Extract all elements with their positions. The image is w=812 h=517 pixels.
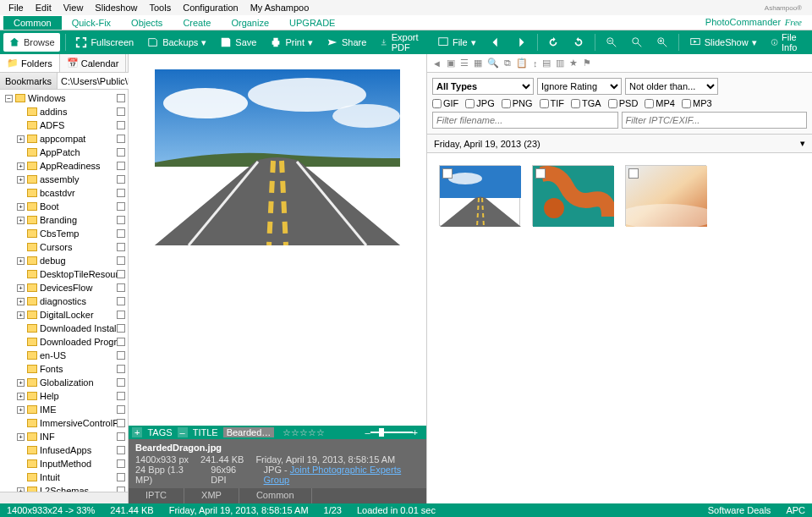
- zoom-in-button[interactable]: [651, 33, 673, 52]
- menu-slideshow[interactable]: Slideshow: [90, 2, 142, 14]
- tree-item[interactable]: InfusedApps: [0, 443, 128, 457]
- tree-checkbox[interactable]: [117, 175, 125, 184]
- tree-item[interactable]: CbsTemp: [0, 227, 128, 240]
- fmt-tif[interactable]: TIF: [540, 98, 565, 108]
- save-button[interactable]: Save: [215, 33, 261, 52]
- copy-icon[interactable]: ⧉: [504, 58, 511, 69]
- browse-button[interactable]: Browse: [3, 33, 60, 52]
- tree-item[interactable]: InputMethod: [0, 457, 128, 470]
- tree-item[interactable]: Downloaded Installa: [0, 322, 128, 335]
- remove-tag-button[interactable]: –: [178, 427, 188, 437]
- rotate-right-button[interactable]: [568, 33, 590, 52]
- export-pdf-button[interactable]: Export PDF: [375, 33, 429, 52]
- tree-checkbox[interactable]: [117, 216, 125, 224]
- star-icon[interactable]: ★: [569, 58, 578, 69]
- tree-item[interactable]: +Help: [0, 389, 128, 403]
- fmt-jpg[interactable]: JPG: [465, 98, 494, 108]
- tab-organize[interactable]: Organize: [221, 16, 279, 30]
- tree-checkbox[interactable]: [117, 351, 125, 360]
- tag-icon[interactable]: ⚑: [583, 58, 591, 69]
- view-grid-icon[interactable]: ▦: [474, 58, 482, 69]
- paste-icon[interactable]: 📋: [516, 58, 528, 69]
- thumbnail[interactable]: [625, 165, 706, 226]
- sidebar-scrollbar[interactable]: [0, 492, 128, 503]
- tree-item[interactable]: Intuit: [0, 470, 128, 484]
- thumb-checkbox[interactable]: [442, 168, 453, 179]
- tree-item[interactable]: +IME: [0, 403, 128, 416]
- tree-checkbox[interactable]: [117, 338, 125, 346]
- tree-item[interactable]: Fonts: [0, 362, 128, 376]
- menu-tools[interactable]: Tools: [145, 2, 177, 14]
- tree-item[interactable]: +Globalization: [0, 376, 128, 389]
- fmt-tga[interactable]: TGA: [571, 98, 601, 108]
- date-header[interactable]: Friday, April 19, 2013 (23)▾: [427, 135, 812, 153]
- share-button[interactable]: Share: [321, 33, 371, 52]
- file-button[interactable]: File▾: [432, 33, 481, 52]
- tree-checkbox[interactable]: [117, 256, 125, 265]
- tree-item[interactable]: AppPatch: [0, 146, 128, 159]
- software-deals-link[interactable]: Software Deals: [708, 505, 771, 515]
- tree-checkbox[interactable]: [117, 162, 125, 170]
- tree-checkbox[interactable]: [117, 324, 125, 333]
- star-rating[interactable]: ☆☆☆☆☆: [283, 427, 325, 438]
- fmt-mp3[interactable]: MP3: [682, 98, 712, 108]
- tree-checkbox[interactable]: [117, 297, 125, 305]
- tree-checkbox[interactable]: [117, 378, 125, 387]
- tree-item[interactable]: +assembly: [0, 173, 128, 186]
- fileinfo-button[interactable]: File Info: [765, 33, 809, 52]
- tree-item[interactable]: +L2Schemas: [0, 484, 128, 492]
- add-tag-button[interactable]: +: [132, 427, 142, 437]
- search-icon[interactable]: 🔍: [487, 58, 499, 69]
- tree-item[interactable]: +DigitalLocker: [0, 308, 128, 322]
- thumb-checkbox[interactable]: [628, 168, 639, 179]
- tree-checkbox[interactable]: [117, 405, 125, 414]
- tree-checkbox[interactable]: [117, 121, 125, 129]
- tab-quick-fix[interactable]: Quick-Fix: [62, 16, 121, 30]
- title-value[interactable]: Bearded…: [223, 427, 275, 437]
- thumb-checkbox[interactable]: [535, 168, 546, 179]
- zoom-slider[interactable]: –+: [330, 427, 423, 437]
- folder-tree[interactable]: −WindowsaddinsADFS+appcompatAppPatch+App…: [0, 90, 128, 492]
- tree-checkbox[interactable]: [117, 365, 125, 373]
- tree-checkbox[interactable]: [117, 392, 125, 400]
- iptc-tab[interactable]: IPTC: [129, 488, 184, 503]
- tree-item[interactable]: Downloaded Progra: [0, 335, 128, 349]
- menu-configuration[interactable]: Configuration: [178, 2, 243, 14]
- tree-item[interactable]: ADFS: [0, 118, 128, 132]
- tree-item[interactable]: bcastdvr: [0, 186, 128, 200]
- tree-checkbox[interactable]: [117, 202, 125, 211]
- zoom-out-button[interactable]: [601, 33, 623, 52]
- calendar-tab[interactable]: 📅 Calendar: [60, 54, 127, 72]
- filename-filter[interactable]: [432, 112, 618, 129]
- iptc-filter[interactable]: [622, 112, 808, 129]
- fullscreen-button[interactable]: Fullscreen: [70, 33, 139, 52]
- thumbs-icon[interactable]: ▥: [556, 58, 564, 69]
- tab-upgrade[interactable]: UPGRADE: [279, 16, 345, 30]
- rating-filter[interactable]: Ignore Rating: [537, 78, 622, 95]
- tree-checkbox[interactable]: [117, 283, 125, 292]
- fmt-png[interactable]: PNG: [502, 98, 533, 108]
- fmt-gif[interactable]: GIF: [432, 98, 458, 108]
- tree-item[interactable]: DesktopTileResourc: [0, 267, 128, 281]
- zoom-fit-button[interactable]: [626, 33, 648, 52]
- tree-item[interactable]: Cursors: [0, 240, 128, 254]
- menu-myashampoo[interactable]: My Ashampoo: [245, 2, 315, 14]
- tree-item[interactable]: ImmersiveControlPa: [0, 416, 128, 430]
- tree-item[interactable]: en-US: [0, 349, 128, 362]
- fmt-mp4[interactable]: MP4: [645, 98, 675, 108]
- tree-item[interactable]: +DevicesFlow: [0, 281, 128, 294]
- type-filter[interactable]: All Types: [432, 78, 534, 95]
- thumbnail[interactable]: [439, 165, 520, 226]
- tree-checkbox[interactable]: [117, 432, 125, 441]
- tree-item[interactable]: +INF: [0, 430, 128, 443]
- tree-checkbox[interactable]: [117, 446, 125, 454]
- tree-checkbox[interactable]: [117, 311, 125, 319]
- tree-item[interactable]: +diagnostics: [0, 294, 128, 308]
- fmt-psd[interactable]: PSD: [608, 98, 639, 108]
- tab-objects[interactable]: Objects: [121, 16, 173, 30]
- details-icon[interactable]: ▤: [542, 58, 551, 69]
- tree-item[interactable]: +debug: [0, 254, 128, 267]
- common-tab[interactable]: Common: [239, 488, 312, 503]
- prev-button[interactable]: [485, 33, 507, 52]
- back-icon[interactable]: ◄: [432, 58, 442, 69]
